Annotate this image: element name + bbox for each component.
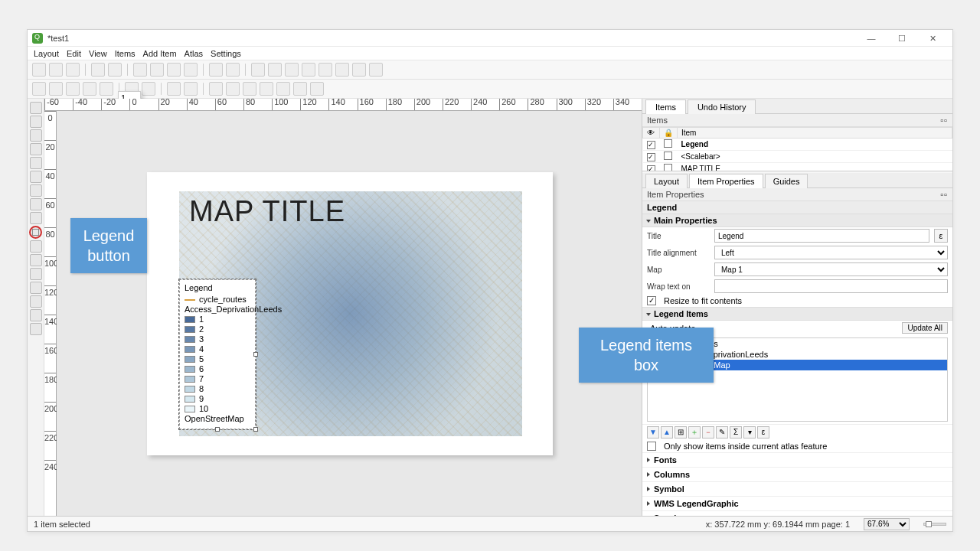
redo-icon[interactable] [226,63,240,77]
resize-handle-right[interactable] [253,352,258,357]
atlas-next-icon[interactable] [318,63,332,77]
wrap-input[interactable] [714,279,948,293]
tab-items[interactable]: Items [645,99,686,114]
select-tool-icon[interactable] [30,129,42,142]
menu-atlas[interactable]: Atlas [185,49,203,58]
ungroup-icon[interactable] [184,82,198,96]
maximize-button[interactable]: ☐ [887,31,917,46]
items-row[interactable]: Legend [643,139,952,151]
raise-icon[interactable] [209,82,223,96]
atlas-preview-icon[interactable] [251,63,265,77]
add-scalebar-icon[interactable] [30,240,42,253]
tab-layout[interactable]: Layout [645,174,688,188]
refresh-icon[interactable] [100,82,113,96]
menu-view[interactable]: View [89,49,107,58]
lock-checkbox[interactable] [664,152,672,160]
edit-icon[interactable]: ✎ [716,426,728,439]
to-front-icon[interactable] [243,82,256,96]
move-content-icon[interactable] [30,143,42,155]
menu-settings[interactable]: Settings [211,49,241,58]
folder-icon[interactable] [91,63,105,77]
align-left-icon[interactable] [276,82,290,96]
menu-layout[interactable]: Layout [34,49,59,58]
atlas-settings-icon[interactable] [369,63,383,77]
add-3dmap-icon[interactable] [30,184,42,197]
visible-checkbox[interactable] [647,141,655,149]
move-up-icon[interactable]: ▲ [661,426,673,439]
resize-checkbox[interactable] [647,296,656,305]
items-row[interactable]: MAP TITLE [643,163,952,172]
remove-icon[interactable]: － [702,426,714,439]
add-picture-icon[interactable] [30,198,42,210]
print-icon[interactable] [184,63,198,77]
zoom-100-icon[interactable] [83,82,96,96]
zoom-full-icon[interactable] [66,82,80,96]
expression-icon[interactable]: ε [934,229,948,243]
section-fonts[interactable]: Fonts [642,452,952,467]
add-map-icon[interactable] [30,171,42,183]
add-table-icon[interactable] [30,323,42,335]
distribute-icon[interactable] [310,82,324,96]
menu-items[interactable]: Items [115,49,136,58]
add-group-icon[interactable]: ⊞ [675,426,687,439]
lock-checkbox[interactable] [664,164,672,171]
save-icon[interactable] [32,63,46,77]
zoom-tool-icon[interactable] [30,116,42,128]
section-legend-items[interactable]: Legend Items [642,307,952,321]
title-align-select[interactable]: Left [714,246,948,259]
resize-handle-corner[interactable] [253,427,258,432]
export-image-icon[interactable] [133,63,147,77]
zoom-slider[interactable] [923,523,946,526]
section-spacing[interactable]: Spacing [642,510,952,516]
unlock-icon[interactable] [142,82,155,96]
save-template-icon[interactable] [108,63,122,77]
only-atlas-checkbox[interactable] [647,442,656,451]
atlas-first-icon[interactable] [268,63,282,77]
export-svg-icon[interactable] [150,63,164,77]
add-shape-icon[interactable] [30,268,42,280]
resize-handle-bottom[interactable] [215,427,220,432]
duplicate-icon[interactable] [66,63,80,77]
section-symbol[interactable]: Symbol [642,481,952,496]
atlas-dropdown-icon[interactable] [302,63,315,77]
to-back-icon[interactable] [260,82,273,96]
zoom-out-icon[interactable] [49,82,63,96]
map-select[interactable]: Map 1 [714,262,948,276]
filter-icon[interactable]: ▾ [743,426,756,439]
zoom-select[interactable]: 67.6% [864,518,910,530]
atlas-prev-icon[interactable] [285,63,299,77]
add-label-icon[interactable] [30,212,42,224]
atlas-last-icon[interactable] [335,63,349,77]
items-row[interactable]: <Scalebar> [643,151,952,163]
items-list[interactable]: 👁 🔒 Item Legend<Scalebar>MAP TITLE [642,127,952,171]
add-html-icon[interactable] [30,309,42,321]
section-wms-legendgraphic[interactable]: WMS LegendGraphic [642,496,952,510]
layout-page[interactable]: MAP TITLE Legend cycle_routes Access_Dep… [147,172,553,455]
panel-dock-icon[interactable]: ▫▫ [940,190,948,199]
group-icon[interactable] [167,82,181,96]
align-right-icon[interactable] [293,82,307,96]
tab-item-properties[interactable]: Item Properties [689,174,763,188]
count-icon[interactable]: Σ [730,426,742,439]
visible-checkbox[interactable] [647,165,655,172]
menu-add-item[interactable]: Add Item [143,49,177,58]
add-arrow-icon[interactable] [30,282,42,294]
update-all-button[interactable]: Update All [902,322,948,334]
zoom-in-icon[interactable] [32,82,46,96]
panel-dock-icon[interactable]: ▫▫ [940,116,948,125]
canvas-viewport[interactable]: MAP TITLE Legend cycle_routes Access_Dep… [57,111,642,516]
section-main-properties[interactable]: Main Properties [642,214,952,227]
menu-edit[interactable]: Edit [67,49,81,58]
title-input[interactable] [714,229,929,243]
edit-nodes-icon[interactable] [30,157,42,169]
export-pdf-icon[interactable] [167,63,181,77]
tab-undo-history[interactable]: Undo History [688,99,756,114]
add-node-item-icon[interactable] [30,295,42,308]
expression-filter-icon[interactable]: ε [757,426,769,439]
map-title-label[interactable]: MAP TITLE [189,195,345,228]
new-layout-icon[interactable] [49,63,63,77]
lock-checkbox[interactable] [664,139,672,148]
add-north-arrow-icon[interactable] [30,254,42,266]
atlas-export-icon[interactable] [352,63,366,77]
add-layer-icon[interactable]: ＋ [688,426,701,439]
